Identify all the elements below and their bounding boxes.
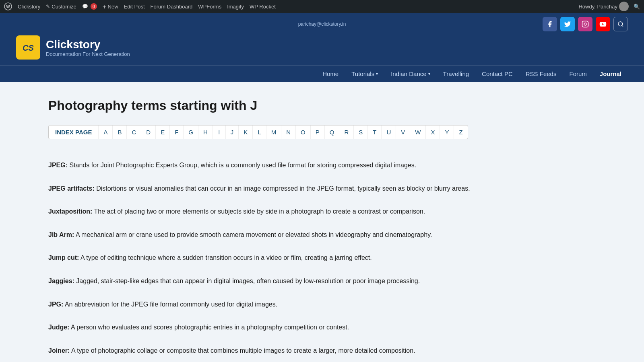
nav-item-travelling[interactable]: Travelling: [437, 66, 475, 82]
svg-line-6: [622, 25, 623, 27]
nav-item-home[interactable]: Home: [316, 66, 345, 82]
nav-item-contact-pc[interactable]: Contact PC: [475, 66, 519, 82]
alpha-letter-z[interactable]: Z: [454, 125, 467, 139]
entry: Jump cut: A type of editing technique wh…: [48, 246, 596, 269]
alphabet-navigation: INDEX PAGE ABCDEFGHIJKLMNOPQRSTUVWXYZ: [48, 125, 468, 139]
admin-bar-right: Howdy, Parichay 🔍: [578, 2, 640, 11]
alpha-letter-v[interactable]: V: [396, 125, 410, 139]
alpha-letter-l[interactable]: L: [253, 125, 266, 139]
header-right: [543, 17, 628, 31]
wpforms-button[interactable]: WPForms: [198, 4, 221, 10]
howdy-button[interactable]: Howdy, Parichay: [578, 2, 629, 11]
forum-dashboard-label: Forum Dashboard: [151, 4, 193, 10]
imagify-button[interactable]: Imagify: [227, 4, 244, 10]
svg-rect-2: [582, 21, 588, 27]
wpforms-label: WPForms: [198, 4, 221, 10]
alpha-letter-o[interactable]: O: [296, 125, 311, 139]
entry: JPEG artifacts: Distortions or visual an…: [48, 177, 596, 200]
entry: Jib Arm: A mechanical arm or crane used …: [48, 223, 596, 247]
new-label: New: [108, 4, 118, 10]
howdy-label: Howdy, Parichay: [578, 4, 617, 10]
alpha-letter-s[interactable]: S: [354, 125, 368, 139]
entry: Judge: A person who evaluates and scores…: [48, 316, 596, 339]
alpha-letter-d[interactable]: D: [141, 125, 156, 139]
alpha-letter-e[interactable]: E: [156, 125, 170, 139]
alpha-letter-g[interactable]: G: [184, 125, 198, 139]
wp-logo-button[interactable]: W: [4, 2, 12, 10]
admin-bar: W Clickstory ✎ Customize 💬 0 + New Edit …: [0, 0, 644, 13]
alpha-letter-n[interactable]: N: [281, 125, 296, 139]
comments-button[interactable]: 💬 0: [82, 3, 97, 10]
svg-text:CS: CS: [23, 43, 34, 52]
header-search-icon[interactable]: [613, 17, 628, 31]
alpha-letter-a[interactable]: A: [99, 125, 113, 139]
nav-item-forum[interactable]: Forum: [563, 66, 593, 82]
facebook-icon[interactable]: [543, 17, 557, 31]
comments-count: 0: [91, 3, 97, 10]
comments-icon: 💬: [82, 4, 88, 9]
alpha-letter-j[interactable]: J: [226, 125, 239, 139]
alpha-letter-c[interactable]: C: [127, 125, 141, 139]
site-name-button[interactable]: Clickstory: [18, 4, 40, 10]
social-icons: [543, 17, 628, 31]
site-name-label: Clickstory: [18, 4, 40, 10]
site-title[interactable]: Clickstory: [46, 38, 130, 51]
twitter-icon[interactable]: [560, 17, 575, 31]
header-email: parichay@clickstory.in: [298, 21, 346, 27]
imagify-label: Imagify: [227, 4, 244, 10]
customize-label: Customize: [52, 4, 76, 10]
alpha-letter-r[interactable]: R: [339, 125, 354, 139]
site-tagline: Documentation For Next Generation: [46, 51, 130, 57]
content-entries: JPEG: Stands for Joint Photographic Expe…: [48, 154, 596, 362]
nav-container: HomeTutorials ▾Indian Dance ▾TravellingC…: [0, 66, 644, 82]
alpha-letter-b[interactable]: B: [113, 125, 127, 139]
entry: JPG: An abbreviation for the JPEG file f…: [48, 293, 596, 316]
site-logo[interactable]: CS: [16, 35, 40, 60]
nav-bar: HomeTutorials ▾Indian Dance ▾TravellingC…: [0, 65, 644, 82]
page-content: Photography terms starting with J INDEX …: [0, 82, 644, 362]
youtube-icon[interactable]: [596, 17, 610, 31]
forum-dashboard-button[interactable]: Forum Dashboard: [151, 4, 193, 10]
instagram-icon[interactable]: [578, 17, 592, 31]
site-title-block: Clickstory Documentation For Next Genera…: [46, 38, 130, 57]
search-icon: 🔍: [634, 4, 640, 10]
new-plus-icon: +: [103, 3, 106, 10]
wp-rocket-button[interactable]: WP Rocket: [250, 4, 276, 10]
alpha-letter-m[interactable]: M: [266, 125, 282, 139]
nav-item-journal[interactable]: Journal: [593, 66, 628, 82]
alpha-letter-k[interactable]: K: [239, 125, 253, 139]
svg-point-5: [618, 22, 623, 26]
alpha-letter-i[interactable]: I: [213, 125, 226, 139]
svg-text:W: W: [6, 4, 10, 9]
page-title: Photography terms starting with J: [48, 98, 596, 113]
nav-item-indian-dance[interactable]: Indian Dance ▾: [384, 66, 436, 82]
nav-item-tutorials[interactable]: Tutorials ▾: [345, 66, 384, 82]
chevron-down-icon: ▾: [376, 72, 378, 76]
alpha-letter-h[interactable]: H: [198, 125, 213, 139]
alpha-letter-x[interactable]: X: [426, 125, 440, 139]
site-branding: CS Clickstory Documentation For Next Gen…: [16, 35, 130, 60]
customize-button[interactable]: ✎ Customize: [46, 4, 76, 10]
alpha-letter-p[interactable]: P: [311, 125, 325, 139]
nav-item-rss-feeds[interactable]: RSS Feeds: [519, 66, 563, 82]
edit-post-button[interactable]: Edit Post: [124, 4, 145, 10]
alpha-letter-f[interactable]: F: [170, 125, 184, 139]
admin-search-button[interactable]: 🔍: [634, 4, 640, 10]
wp-rocket-label: WP Rocket: [250, 4, 276, 10]
alpha-letter-w[interactable]: W: [410, 125, 426, 139]
alpha-letter-y[interactable]: Y: [440, 125, 454, 139]
entry: Joiner: A type of photographic collage o…: [48, 339, 596, 362]
entry: JPEG: Stands for Joint Photographic Expe…: [48, 154, 596, 177]
entry: Juxtaposition: The act of placing two or…: [48, 200, 596, 223]
alpha-letter-u[interactable]: U: [382, 125, 396, 139]
chevron-down-icon: ▾: [428, 72, 430, 76]
alpha-letter-t[interactable]: T: [368, 125, 382, 139]
index-page-link[interactable]: INDEX PAGE: [49, 125, 99, 139]
entry: Jaggies: Jagged, stair-step-like edges t…: [48, 269, 596, 293]
edit-post-label: Edit Post: [124, 4, 145, 10]
user-avatar: [619, 2, 629, 11]
new-button[interactable]: + New: [103, 3, 118, 10]
alpha-letters-container: ABCDEFGHIJKLMNOPQRSTUVWXYZ: [99, 125, 467, 139]
alpha-letter-q[interactable]: Q: [325, 125, 340, 139]
customize-icon: ✎: [46, 4, 50, 9]
